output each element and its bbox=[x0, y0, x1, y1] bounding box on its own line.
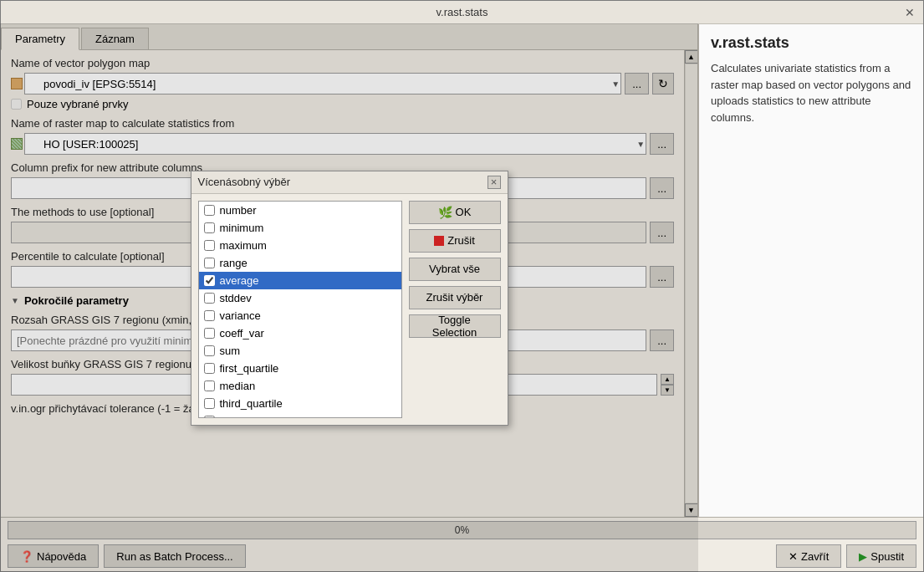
list-item[interactable]: coeff_var bbox=[199, 324, 401, 342]
list-item-label: sum bbox=[220, 345, 241, 357]
close-button[interactable]: ✕ Zavřít bbox=[776, 544, 841, 568]
list-item[interactable]: percentile bbox=[199, 412, 401, 418]
list-item-checkbox[interactable] bbox=[204, 398, 215, 409]
list-item-checkbox[interactable] bbox=[204, 240, 215, 251]
help-text: Calculates univariate statistics from a … bbox=[711, 60, 911, 125]
window-title: v.rast.stats bbox=[21, 6, 903, 18]
list-item-label: minimum bbox=[220, 222, 264, 234]
list-item-checkbox[interactable] bbox=[204, 275, 215, 286]
list-item-label: maximum bbox=[220, 239, 267, 252]
list-item[interactable]: first_quartile bbox=[199, 360, 401, 377]
list-item[interactable]: median bbox=[199, 377, 401, 395]
list-item-checkbox[interactable] bbox=[204, 205, 215, 216]
list-box[interactable]: numberminimummaximumrangeaveragestddevva… bbox=[198, 201, 402, 418]
list-item-checkbox[interactable] bbox=[204, 363, 215, 374]
select-all-button[interactable]: Vybrat vše bbox=[409, 258, 501, 281]
title-bar: v.rast.stats ✕ bbox=[1, 1, 923, 24]
list-item-label: stddev bbox=[220, 292, 252, 304]
list-item[interactable]: maximum bbox=[199, 237, 401, 254]
list-item[interactable]: number bbox=[199, 202, 401, 219]
close-icon: ✕ bbox=[789, 550, 798, 563]
dialog-title: Vícenásobný výběr bbox=[198, 176, 291, 188]
help-panel: v.rast.stats Calculates univariate stati… bbox=[697, 24, 923, 517]
dialog: Vícenásobný výběr × numberminimummaximum… bbox=[191, 171, 508, 426]
ok-button[interactable]: 🌿 OK bbox=[409, 201, 501, 224]
list-item-checkbox[interactable] bbox=[204, 416, 215, 418]
list-item-label: number bbox=[220, 204, 257, 217]
dialog-buttons: 🌿 OK Zrušit Vybrat vše Zrušit výběr To bbox=[409, 201, 501, 418]
list-item-label: average bbox=[220, 274, 259, 287]
dialog-title-bar: Vícenásobný výběr × bbox=[191, 171, 508, 194]
list-item-label: percentile bbox=[220, 415, 267, 418]
list-item-checkbox[interactable] bbox=[204, 222, 215, 233]
dialog-content: numberminimummaximumrangeaveragestddevva… bbox=[191, 194, 508, 425]
window-close-button[interactable]: ✕ bbox=[903, 6, 916, 19]
list-item-checkbox[interactable] bbox=[204, 328, 215, 339]
list-item-label: third_quartile bbox=[220, 397, 283, 410]
list-item-label: range bbox=[220, 257, 248, 269]
list-item-checkbox[interactable] bbox=[204, 258, 215, 268]
list-item-label: first_quartile bbox=[220, 362, 279, 375]
list-item-checkbox[interactable] bbox=[204, 293, 215, 304]
list-item-checkbox[interactable] bbox=[204, 345, 215, 356]
list-item[interactable]: average bbox=[199, 272, 401, 289]
toggle-selection-button[interactable]: Toggle Selection bbox=[409, 314, 501, 338]
cancel-button[interactable]: Zrušit bbox=[409, 229, 501, 253]
clear-selection-button[interactable]: Zrušit výběr bbox=[409, 286, 501, 309]
dialog-close-button[interactable]: × bbox=[488, 176, 501, 189]
list-item[interactable]: minimum bbox=[199, 219, 401, 237]
list-item-label: variance bbox=[220, 309, 261, 322]
list-item-label: coeff_var bbox=[220, 327, 264, 340]
run-button[interactable]: ▶ Spustit bbox=[846, 544, 916, 568]
list-item-checkbox[interactable] bbox=[204, 310, 215, 321]
run-icon: ▶ bbox=[859, 550, 867, 563]
list-item[interactable]: third_quartile bbox=[199, 395, 401, 412]
bottom-right-buttons: ✕ Zavřít ▶ Spustit bbox=[776, 544, 916, 568]
main-window: v.rast.stats ✕ Parametry Záznam Name of … bbox=[0, 0, 924, 572]
list-item[interactable]: variance bbox=[199, 307, 401, 324]
list-item-checkbox[interactable] bbox=[204, 380, 215, 391]
list-item[interactable]: stddev bbox=[199, 289, 401, 307]
modal-overlay: Vícenásobný výběr × numberminimummaximum… bbox=[0, 23, 698, 572]
list-item-label: median bbox=[220, 380, 256, 392]
cancel-circle-icon bbox=[434, 236, 444, 246]
ok-icon: 🌿 bbox=[438, 206, 452, 219]
list-item[interactable]: range bbox=[199, 254, 401, 272]
list-item[interactable]: sum bbox=[199, 342, 401, 360]
help-title: v.rast.stats bbox=[711, 34, 911, 52]
